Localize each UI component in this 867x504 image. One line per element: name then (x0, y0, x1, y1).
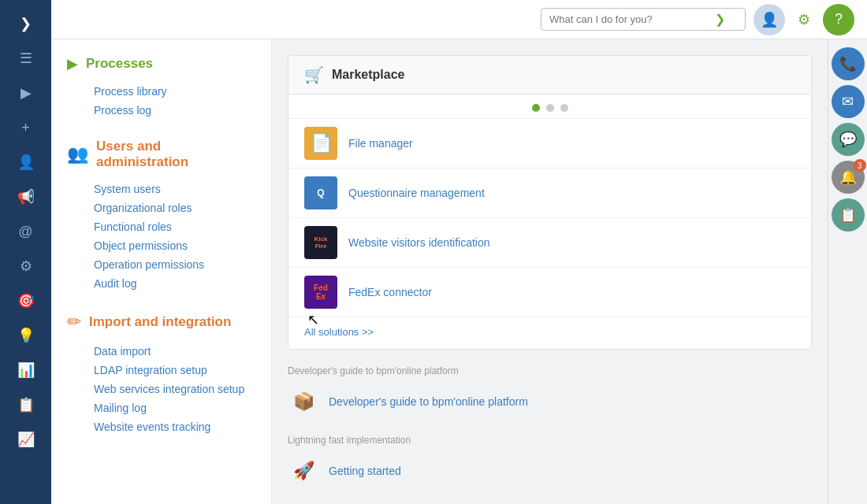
nav-link-system-users[interactable]: System users (67, 180, 255, 198)
dev-guide-icon: 📦 (288, 386, 319, 417)
right-panel: 🛒 Marketplace 📄 File manager Q Questionn… (272, 39, 828, 504)
carousel-dots (288, 94, 811, 118)
marketplace-item-0: 📄 File manager (288, 118, 811, 168)
phone-button[interactable]: 📞 (832, 47, 865, 80)
kickfire-icon: KickFire (304, 226, 337, 259)
help-icon[interactable]: ? (823, 4, 854, 35)
cart-icon: 🛒 (304, 65, 324, 84)
right-float-panel: 📞 ✉ 💬 🔔 3 📋 (828, 39, 867, 504)
nav-link-data-import[interactable]: Data import (67, 342, 255, 361)
sidebar-menu[interactable]: ☰ (10, 43, 42, 74)
sidebar-target[interactable]: 🎯 (10, 285, 42, 317)
marketplace-card: 🛒 Marketplace 📄 File manager Q Questionn… (288, 55, 812, 350)
nav-link-web-services[interactable]: Web services integration setup (67, 380, 255, 398)
sidebar-user[interactable]: 👤 (10, 146, 42, 178)
item-name-3[interactable]: FedEx connector (348, 286, 432, 298)
nav-link-website-events[interactable]: Website events tracking (67, 417, 255, 436)
questionnaire-icon: Q (304, 176, 337, 209)
import-section: ✏ Import and integration Data import LDA… (67, 312, 255, 436)
processes-header: ▶ Processes (67, 55, 255, 72)
nav-link-object-permissions[interactable]: Object permissions (67, 236, 255, 255)
list-button[interactable]: 📋 (832, 198, 865, 232)
topbar: ❯ 👤 ⚙ ? (51, 0, 867, 39)
marketplace-item-2: KickFire Website visitors identification (288, 217, 811, 267)
sidebar-lightbulb[interactable]: 💡 (10, 320, 42, 351)
search-box[interactable]: ❯ (541, 8, 746, 31)
dot-1[interactable] (532, 104, 540, 112)
guide-item-1: 🚀 Getting started (288, 450, 812, 491)
dot-2[interactable] (546, 104, 554, 112)
chat-button[interactable]: 💬 (832, 123, 865, 156)
nav-link-org-roles[interactable]: Organizational roles (67, 198, 255, 217)
getting-started-link[interactable]: Getting started (329, 465, 401, 477)
guide-label-0: Developer's guide to bpm'online platform (288, 365, 812, 376)
item-name-0[interactable]: File manager (348, 137, 413, 150)
getting-started-icon: 🚀 (288, 455, 319, 487)
users-header: 👥 Users and administration (67, 139, 255, 170)
nav-link-ldap[interactable]: LDAP integration setup (67, 361, 255, 380)
import-header: ✏ Import and integration (67, 312, 255, 332)
users-title: Users and administration (96, 139, 255, 170)
dot-3[interactable] (560, 104, 568, 112)
nav-link-func-roles[interactable]: Functional roles (67, 217, 255, 236)
import-title: Import and integration (89, 314, 231, 330)
sidebar-chart[interactable]: 📈 (10, 424, 42, 455)
sidebar-megaphone[interactable]: 📢 (10, 181, 42, 213)
processes-title: Processes (86, 56, 153, 72)
gear-icon[interactable]: ⚙ (788, 4, 820, 35)
dev-guide-link[interactable]: Developer's guide to bpm'online platform (329, 395, 528, 408)
sidebar-at[interactable]: @ (10, 216, 42, 247)
user-avatar[interactable]: 👤 (754, 4, 785, 35)
sidebar-table2[interactable]: 📋 (10, 389, 42, 421)
marketplace-item-3: FedEx FedEx connector (288, 267, 811, 317)
fedex-icon: FedEx (304, 276, 337, 309)
sidebar-tools[interactable]: ⚙ (10, 250, 42, 282)
sidebar-chevron-right[interactable]: ❯ (10, 8, 42, 39)
guide-section-1: Lightning fast implementation 🚀 Getting … (288, 435, 812, 491)
sidebar-narrow: ❯ ☰ ▶ + 👤 📢 @ ⚙ 🎯 💡 📊 📋 📈 (0, 0, 51, 504)
import-icon: ✏ (67, 312, 81, 332)
sidebar-table1[interactable]: 📊 (10, 354, 42, 386)
email-button[interactable]: ✉ (832, 85, 865, 118)
left-nav: ▶ Processes Process library Process log … (51, 39, 272, 504)
sidebar-play[interactable]: ▶ (10, 77, 42, 109)
file-manager-icon: 📄 (304, 127, 337, 160)
processes-section: ▶ Processes Process library Process log (67, 55, 255, 120)
users-icon: 👥 (67, 144, 88, 165)
search-arrow-icon[interactable]: ❯ (715, 12, 725, 27)
item-name-2[interactable]: Website visitors identification (348, 236, 489, 249)
nav-link-mailing-log[interactable]: Mailing log (67, 398, 255, 417)
search-input[interactable] (549, 13, 715, 25)
guide-item-0: 📦 Developer's guide to bpm'online platfo… (288, 381, 812, 422)
processes-play-icon: ▶ (67, 55, 78, 72)
bell-badge: 3 (854, 159, 866, 172)
item-name-1[interactable]: Questionnaire management (348, 187, 485, 199)
nav-link-audit-log[interactable]: Audit log (67, 274, 255, 293)
nav-link-op-permissions[interactable]: Operation permissions (67, 255, 255, 274)
marketplace-header: 🛒 Marketplace (288, 56, 811, 94)
marketplace-item-1: Q Questionnaire management (288, 168, 811, 217)
nav-link-process-library[interactable]: Process library (67, 82, 255, 101)
users-section: 👥 Users and administration System users … (67, 139, 255, 293)
guide-label-1: Lightning fast implementation (288, 435, 812, 446)
main-content: ❯ 👤 ⚙ ? ▶ Processes Process library Proc… (51, 0, 867, 504)
all-solutions: All solutions >> (288, 317, 811, 349)
nav-link-process-log[interactable]: Process log (67, 101, 255, 120)
sidebar-plus[interactable]: + (10, 112, 42, 143)
body-split: ▶ Processes Process library Process log … (51, 39, 867, 504)
guide-section-0: Developer's guide to bpm'online platform… (288, 365, 812, 422)
bell-button[interactable]: 🔔 3 (832, 161, 865, 194)
all-solutions-link[interactable]: All solutions >> (304, 326, 374, 338)
marketplace-title: Marketplace (332, 68, 405, 82)
